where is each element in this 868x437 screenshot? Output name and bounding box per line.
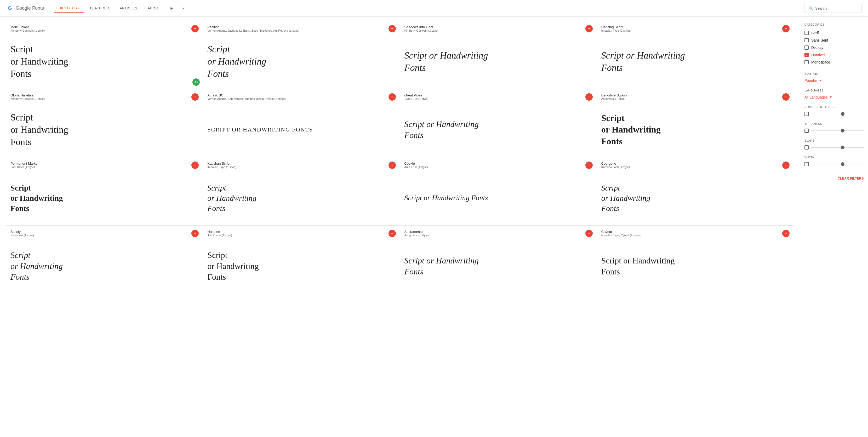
font-preview: Script or Handwriting Fonts xyxy=(10,173,199,221)
font-name: Amatic SC xyxy=(207,93,286,97)
font-add-button[interactable]: + xyxy=(191,161,199,169)
category-label-2: Display xyxy=(811,45,823,50)
font-preview: Script or Handwriting Fonts xyxy=(601,173,789,221)
nav-item-featured[interactable]: FEATURED xyxy=(86,4,114,12)
number-of-styles-thumb[interactable] xyxy=(841,112,844,116)
font-name: Satisfy xyxy=(10,230,34,233)
font-name: Berkshire Swash xyxy=(601,93,627,97)
category-item-handwriting[interactable]: Handwriting xyxy=(804,51,864,59)
font-add-button[interactable]: + xyxy=(389,161,396,169)
font-add-button[interactable]: + xyxy=(389,25,396,32)
font-card: Courgette Karolina Lach (1 style) + Scri… xyxy=(597,157,794,225)
font-card-header: Amatic SC Vernon Adams, Ben Nathan, Thom… xyxy=(207,93,396,103)
font-add-button[interactable]: + xyxy=(585,93,593,101)
font-add-button[interactable]: + xyxy=(389,93,396,101)
category-item-sans-serif[interactable]: Sans Serif xyxy=(804,37,864,44)
sorting-value: Popular xyxy=(804,79,817,83)
font-card: Gloria Hallelujah Kimberly Geswein (1 st… xyxy=(6,89,203,157)
header: G Google Fonts DIRECTORY FEATURED ARTICL… xyxy=(0,0,868,17)
thickness-checkbox[interactable] xyxy=(804,129,809,133)
category-item-display[interactable]: Display xyxy=(804,44,864,51)
number-of-styles-checkbox[interactable] xyxy=(804,112,809,116)
slant-thumb[interactable] xyxy=(841,146,844,149)
category-checkbox-0[interactable] xyxy=(804,31,809,35)
font-author: Astigmatic (1 style) xyxy=(404,233,429,237)
font-add-button[interactable]: + xyxy=(585,161,593,169)
search-bar[interactable]: 🔍 xyxy=(804,4,862,13)
font-author: Joe Prince (1 style) xyxy=(207,233,232,237)
category-label-3: Handwriting xyxy=(811,53,831,57)
languages-value: All Languages xyxy=(804,95,828,99)
logo[interactable]: G Google Fonts xyxy=(6,5,44,12)
slant-checkbox[interactable] xyxy=(804,145,809,150)
category-checkbox-4[interactable] xyxy=(804,60,809,64)
font-add-button[interactable]: + xyxy=(585,25,593,32)
font-card: Cookie Ania Kruk (1 style) + Script or H… xyxy=(400,157,597,225)
sorting-section: Sorting Popular ▼ xyxy=(804,72,864,83)
category-label-0: Serif xyxy=(811,31,819,35)
category-item-monospace[interactable]: Monospace xyxy=(804,59,864,66)
sorting-select[interactable]: Popular ▼ xyxy=(804,79,864,83)
font-add-button[interactable]: + xyxy=(782,93,789,101)
width-checkbox[interactable] xyxy=(804,162,809,166)
font-card-header: Great Vibes TypeSETit (1 style) + xyxy=(404,93,593,103)
font-name: Pacifico xyxy=(207,25,299,29)
width-thumb[interactable] xyxy=(841,162,844,166)
main-nav: DIRECTORY FEATURED ARTICLES ABOUT ⊞ › xyxy=(54,3,804,13)
font-card: Great Vibes TypeSETit (1 style) + Script… xyxy=(400,89,597,157)
category-list: SerifSans SerifDisplayHandwritingMonospa… xyxy=(804,29,864,66)
font-preview: Script or Handwriting Fonts xyxy=(207,104,396,153)
languages-title: Languages xyxy=(804,89,864,92)
category-item-serif[interactable]: Serif xyxy=(804,29,864,37)
font-name: Permanent Marker xyxy=(10,161,39,165)
category-checkbox-2[interactable] xyxy=(804,45,809,50)
font-author: Impallari Type (2 styles) xyxy=(601,29,632,32)
sorting-title: Sorting xyxy=(804,72,864,75)
nav-item-directory[interactable]: DIRECTORY xyxy=(54,4,84,12)
font-name: Courgette xyxy=(601,161,630,165)
font-author: Karolina Lach (1 style) xyxy=(601,165,630,168)
font-card: Indie Flower Kimberly Geswein (1 style) … xyxy=(6,21,203,89)
thickness-track xyxy=(811,130,864,131)
font-card-header: Satisfy Sideshow (1 style) + xyxy=(10,230,199,240)
font-preview: Script or Handwriting Fonts xyxy=(404,36,593,85)
font-add-button[interactable]: + xyxy=(191,25,199,32)
font-preview: Script or Handwriting Fonts xyxy=(207,241,396,289)
font-preview: Script or Handwriting Fonts xyxy=(10,36,199,85)
thickness-thumb[interactable] xyxy=(841,129,844,132)
font-author: Sideshow (1 style) xyxy=(10,233,34,237)
font-add-button[interactable]: + xyxy=(585,230,593,237)
font-card: Sacramento Astigmatic (1 style) + Script… xyxy=(400,225,597,293)
search-input[interactable] xyxy=(815,6,855,10)
custom-view-icon[interactable]: ⊞ xyxy=(166,3,177,13)
category-checkbox-3[interactable] xyxy=(804,53,809,57)
category-label-1: Sans Serif xyxy=(811,38,828,42)
font-author: Impallari Type, Cyreal (2 styles) xyxy=(601,233,642,237)
font-add-button[interactable]: + xyxy=(782,230,789,237)
category-checkbox-1[interactable] xyxy=(804,38,809,42)
font-card-header: Cookie Ania Kruk (1 style) + xyxy=(404,161,593,172)
font-preview: Script or Handwriting Fonts xyxy=(10,241,199,289)
font-add-button[interactable]: + xyxy=(191,230,199,237)
font-add-button[interactable]: + xyxy=(191,93,199,101)
font-card: Kaushan Script Impallari Type (1 style) … xyxy=(203,157,400,225)
font-card-header: Gloria Hallelujah Kimberly Geswein (1 st… xyxy=(10,93,199,103)
font-card: Dancing Script Impallari Type (2 styles)… xyxy=(597,21,794,89)
font-preview: Script or Handwriting Fonts xyxy=(404,241,593,289)
font-card: Pacifico Vernon Adams, Jacques Le Bailly… xyxy=(203,21,400,89)
font-add-button[interactable]: + xyxy=(782,161,789,169)
font-grid: Indie Flower Kimberly Geswein (1 style) … xyxy=(6,21,794,293)
nav-item-about[interactable]: ABOUT xyxy=(144,4,164,12)
chevron-right-icon[interactable]: › xyxy=(178,3,188,13)
slant-slider-row xyxy=(804,145,864,150)
font-card-header: Pacifico Vernon Adams, Jacques Le Bailly… xyxy=(207,25,396,35)
nav-item-articles[interactable]: ARTICLES xyxy=(116,4,142,12)
font-card-header: Permanent Marker Font Diner (1 style) + xyxy=(10,161,199,172)
font-add-button[interactable]: + xyxy=(782,25,789,32)
categories-title: Categories xyxy=(804,23,864,26)
languages-select[interactable]: All Languages ▼ xyxy=(804,95,864,99)
font-card: Permanent Marker Font Diner (1 style) + … xyxy=(6,157,203,225)
font-add-button[interactable]: + xyxy=(389,230,396,237)
font-author: TypeSETit (1 style) xyxy=(404,97,429,100)
clear-filters-button[interactable]: CLEAR FILTERS xyxy=(804,175,864,182)
